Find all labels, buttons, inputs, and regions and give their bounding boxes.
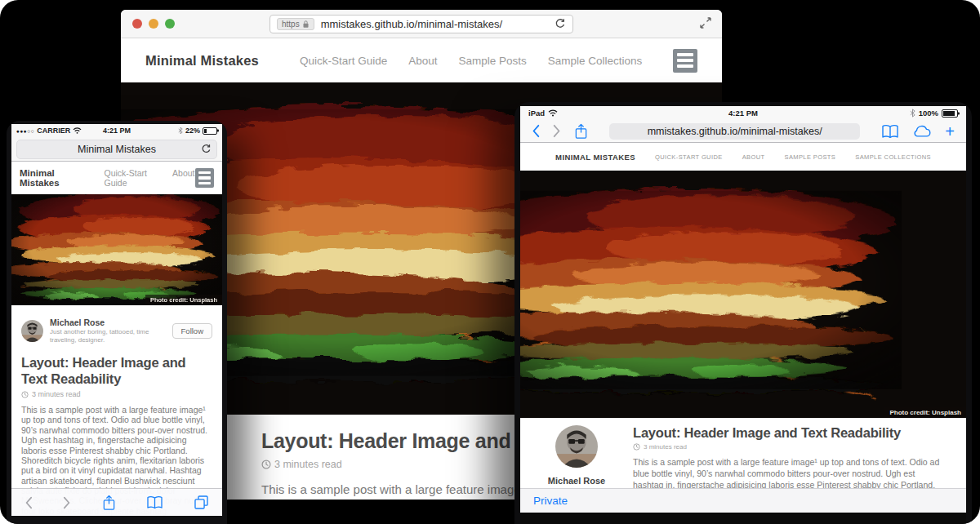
nav-link-quick-start[interactable]: Quick-Start Guide: [300, 55, 387, 67]
article-title: Layout: Header Image and Text Readabilit…: [633, 425, 945, 441]
bluetooth-icon: [910, 109, 915, 118]
site-brand-link[interactable]: Minimal Mistakes: [20, 168, 86, 188]
nav-link-sample-posts[interactable]: SAMPLE POSTS: [785, 153, 836, 161]
read-time: 3 minutes read: [21, 390, 212, 398]
iphone-device: ●●●○○ CARRIER 4:21 PM 22% Minimal Mistak…: [7, 121, 227, 524]
private-browsing-bar: Private: [520, 488, 966, 513]
chevron-right-icon: [63, 496, 71, 509]
dried-leaves-photo: [11, 194, 222, 305]
url-text: mmistakes.github.io/minimal-mistakes/: [321, 18, 550, 30]
feature-image: Photo credit: Unsplash: [520, 171, 966, 418]
window-controls: [132, 19, 175, 29]
nav-links: Quick-Start Guide About Sample Posts Sam…: [300, 55, 642, 67]
browser-title-bar: https mmistakes.github.io/minimal-mistak…: [121, 10, 722, 38]
site-brand-link[interactable]: MINIMAL MISTAKES: [555, 153, 635, 162]
new-tab-button[interactable]: +: [945, 123, 955, 140]
article-body: This is a sample post with a large featu…: [633, 456, 945, 488]
nav-link-quick-start[interactable]: QUICK-START GUIDE: [655, 153, 723, 161]
follow-button[interactable]: Follow: [172, 323, 212, 339]
icloud-tabs-button[interactable]: [912, 124, 932, 138]
photo-credit: Photo credit: Unsplash: [145, 295, 222, 305]
nav-link-about[interactable]: ABOUT: [742, 153, 765, 161]
iphone-screen: ●●●○○ CARRIER 4:21 PM 22% Minimal Mistak…: [11, 124, 222, 516]
iphone-status-bar: ●●●○○ CARRIER 4:21 PM 22%: [11, 124, 222, 137]
clock-time: 4:21 PM: [103, 127, 131, 135]
hamburger-menu-button[interactable]: [195, 168, 215, 188]
hamburger-menu-button[interactable]: [673, 49, 697, 73]
article-title: Layout: Header Image and Text Readabilit…: [21, 355, 212, 387]
read-time: 3 minutes read: [633, 443, 945, 451]
address-field[interactable]: mmistakes.github.io/minimal-mistakes/: [609, 123, 860, 140]
site-navigation: MINIMAL MISTAKES QUICK-START GUIDE ABOUT…: [520, 143, 966, 171]
author-sidebar: Michael Rose Just another boring, tattoo…: [520, 418, 633, 488]
author-row: Michael Rose Just another boring, tattoo…: [21, 318, 212, 344]
address-bar[interactable]: https mmistakes.github.io/minimal-mistak…: [270, 15, 573, 33]
reload-icon[interactable]: [201, 144, 212, 154]
author-name: Michael Rose: [50, 318, 172, 328]
battery-icon: [942, 109, 958, 118]
safari-bottom-toolbar: [11, 488, 222, 516]
battery-icon: [203, 127, 217, 135]
battery-percent: 100%: [919, 109, 938, 118]
reload-icon[interactable]: [555, 18, 566, 29]
forward-button[interactable]: [63, 496, 71, 509]
tabs-button[interactable]: [194, 495, 209, 510]
article-area: Michael Rose Just another boring, tattoo…: [520, 418, 966, 488]
screen-bottom-fill: [520, 513, 966, 524]
forward-button[interactable]: [553, 124, 561, 138]
ipad-screen: iPad 4:21 PM 100% mmistakes.github.io/mi…: [520, 106, 966, 524]
tabs-icon: [194, 495, 209, 510]
carrier-label: CARRIER: [37, 127, 70, 135]
lock-icon: [302, 20, 310, 29]
clock-icon: [633, 443, 640, 451]
ipad-status-bar: iPad 4:21 PM 100%: [520, 106, 966, 120]
page-title: Minimal Mistakes: [78, 144, 156, 155]
device-mockup-composition: https mmistakes.github.io/minimal-mistak…: [0, 0, 980, 524]
zoom-window-button[interactable]: [165, 19, 175, 29]
nav-link-sample-collections[interactable]: SAMPLE COLLECTIONS: [855, 153, 931, 161]
nav-link-sample-collections[interactable]: Sample Collections: [548, 55, 643, 67]
chevron-left-icon: [24, 496, 33, 509]
avatar: [21, 320, 43, 342]
share-icon: [102, 495, 116, 511]
expand-window-icon[interactable]: [699, 16, 712, 29]
clock-icon: [261, 460, 271, 469]
bluetooth-icon: [178, 127, 183, 135]
photo-credit: Photo credit: Unsplash: [884, 407, 966, 418]
dried-leaves-photo: [520, 171, 966, 418]
clock-time: 4:21 PM: [728, 109, 758, 118]
share-button[interactable]: [574, 123, 588, 140]
author-name: Michael Rose: [520, 476, 633, 486]
bookmarks-button[interactable]: [881, 124, 899, 139]
feature-image: Photo credit: Unsplash: [11, 194, 222, 305]
clock-icon: [21, 391, 29, 398]
ipad-device: iPad 4:21 PM 100% mmistakes.github.io/mi…: [514, 102, 972, 524]
wifi-icon: [548, 109, 558, 117]
nav-link-quick-start[interactable]: Quick-Start Guide: [104, 168, 158, 188]
site-navigation: Minimal Mistakes Quick-Start Guide About…: [121, 38, 722, 82]
https-label: https: [282, 20, 300, 29]
author-bio: Just another boring, tattooed, time trav…: [50, 328, 172, 344]
nav-link-about[interactable]: About: [172, 168, 194, 188]
https-badge: https: [277, 18, 314, 30]
article-area: Michael Rose Just another boring, tattoo…: [11, 305, 222, 516]
book-icon: [146, 495, 163, 509]
address-field[interactable]: Minimal Mistakes: [16, 140, 217, 159]
wifi-icon: [73, 127, 82, 134]
safari-toolbar: mmistakes.github.io/minimal-mistakes/ +: [520, 120, 966, 143]
signal-dots: ●●●○○: [16, 128, 34, 134]
close-window-button[interactable]: [132, 19, 142, 29]
share-button[interactable]: [102, 495, 116, 511]
site-brand-link[interactable]: Minimal Mistakes: [145, 53, 259, 69]
battery-percent: 22%: [185, 127, 200, 135]
device-label: iPad: [528, 109, 545, 118]
private-label[interactable]: Private: [533, 495, 568, 507]
nav-link-sample-posts[interactable]: Sample Posts: [459, 55, 527, 67]
bookmarks-button[interactable]: [146, 495, 163, 509]
back-button[interactable]: [532, 124, 540, 138]
article-main: Layout: Header Image and Text Readabilit…: [633, 418, 966, 488]
nav-link-about[interactable]: About: [408, 55, 437, 67]
minimize-window-button[interactable]: [149, 19, 158, 29]
back-button[interactable]: [24, 496, 33, 509]
site-navigation: Minimal Mistakes Quick-Start Guide About: [11, 162, 222, 194]
